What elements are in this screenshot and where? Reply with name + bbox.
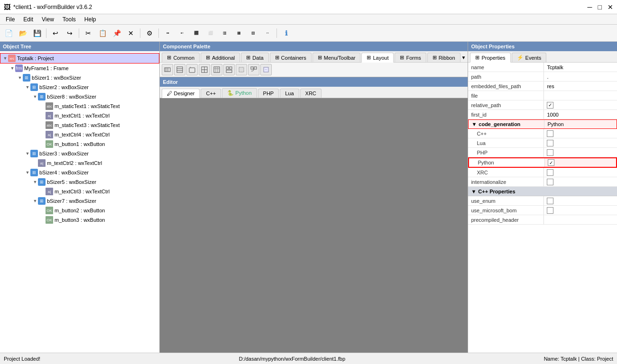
palette-btn-0[interactable] xyxy=(162,64,173,75)
expander-bsizer1[interactable]: ▼ xyxy=(17,75,23,80)
checkbox-relative-path[interactable]: ✓ xyxy=(547,102,553,109)
checkbox-use-enum[interactable] xyxy=(547,198,553,204)
toolbar-align8[interactable]: ↔ xyxy=(261,27,274,40)
palette-btn-5[interactable] xyxy=(223,64,235,75)
tree-item-bsizer7[interactable]: ▼ ⊞ bSizer7 : wxBoxSizer xyxy=(0,196,159,206)
checkbox-lua[interactable] xyxy=(547,140,553,146)
expander-frame[interactable]: ▼ xyxy=(9,66,15,71)
toolbar-align4[interactable]: ⬜ xyxy=(204,27,217,40)
prop-value-path[interactable]: . xyxy=(544,72,617,81)
palette-btn-2[interactable]: T xyxy=(186,64,198,75)
tab-menutoolbar[interactable]: ⊞ Menu/Toolbar xyxy=(313,53,361,62)
maximize-button[interactable]: □ xyxy=(598,3,602,11)
toolbar-align1[interactable]: ▪▪ xyxy=(161,27,175,40)
prop-value-embedded-files-path[interactable]: res xyxy=(544,82,617,91)
prop-value-file[interactable] xyxy=(544,91,617,100)
palette-btn-8[interactable]: ↔ xyxy=(260,64,272,75)
toolbar-undo[interactable]: ↩ xyxy=(49,27,62,40)
tree-item-statictext3[interactable]: abc m_staticText3 : wxStaticText xyxy=(0,120,159,130)
expander-bsizer2[interactable]: ▼ xyxy=(25,85,30,90)
tab-designer[interactable]: 🖊 Designer xyxy=(162,89,200,98)
tree-item-textctrl4[interactable]: a| m_textCtrl4 : wxTextCtrl xyxy=(0,130,159,139)
prop-value-precompiled-header[interactable] xyxy=(544,215,617,224)
toolbar-cut[interactable]: ✂ xyxy=(82,27,95,40)
tab-properties[interactable]: ⊞ Properties xyxy=(470,53,510,63)
prop-value-xrc[interactable] xyxy=(544,168,617,177)
menu-file[interactable]: File xyxy=(2,15,18,24)
tab-ribbon[interactable]: ⊞ Ribbon xyxy=(427,53,460,62)
tree-item-bsizer5[interactable]: ▼ ⊞ bSizer5 : wxBoxSizer xyxy=(0,177,159,187)
prop-value-cpp[interactable] xyxy=(544,129,617,138)
tab-events[interactable]: ⚡ Events xyxy=(512,53,547,62)
tree-item-bsizer1[interactable]: ▼ ⊞ bSizer1 : wxBoxSizer xyxy=(0,73,159,82)
tab-data[interactable]: ⊞ Data xyxy=(241,53,268,62)
tab-xrc[interactable]: XRC xyxy=(300,89,322,98)
tab-common[interactable]: ⊞ Common xyxy=(162,53,200,62)
prop-value-use-ms-bom[interactable] xyxy=(544,206,617,215)
checkbox-python[interactable]: ✓ xyxy=(548,159,554,166)
tree-item-bsizer2[interactable]: ▼ ⊞ bSizer2 : wxBoxSizer xyxy=(0,82,159,92)
tree-item-bsizer4[interactable]: ▼ ⊞ bSizer4 : wxBoxSizer xyxy=(0,168,159,177)
tree-item-frame[interactable]: ▼ frm MyFrame1 : Frame xyxy=(0,64,159,73)
expander-bsizer8[interactable]: ▼ xyxy=(32,94,38,99)
checkbox-cpp[interactable] xyxy=(547,130,553,137)
tab-containers[interactable]: ⊞ Containers xyxy=(270,53,312,62)
toolbar-align7[interactable]: ▧ xyxy=(247,27,260,40)
tree-item-button3[interactable]: OK m_button3 : wxButton xyxy=(0,215,159,225)
collapse-cpp-props[interactable]: ▼ xyxy=(471,189,476,194)
prop-value-internationalize[interactable] xyxy=(544,177,617,186)
tree-item-textctrl3[interactable]: a| m_textCtrl3 : wxTextCtrl xyxy=(0,187,159,196)
minimize-button[interactable]: ─ xyxy=(588,3,592,11)
toolbar-save[interactable]: 💾 xyxy=(30,27,44,40)
tree-item-textctrl2[interactable]: a| m_textCtrl2 : wxTextCtrl xyxy=(0,158,159,168)
toolbar-new[interactable]: 📄 xyxy=(2,27,15,40)
tab-php[interactable]: PHP xyxy=(258,89,279,98)
menu-edit[interactable]: Edit xyxy=(19,15,37,24)
palette-btn-3[interactable] xyxy=(199,64,210,75)
tree-item-textctrl1[interactable]: a| m_textCtrl1 : wxTextCtrl xyxy=(0,111,159,120)
prop-value-python[interactable]: ✓ xyxy=(545,158,616,167)
tab-additional[interactable]: ⊞ Additional xyxy=(201,53,240,62)
menu-help[interactable]: Help xyxy=(81,15,100,24)
toolbar-nav[interactable]: ℹ xyxy=(279,27,293,40)
prop-value-lua[interactable] xyxy=(544,138,617,147)
checkbox-xrc[interactable] xyxy=(547,169,553,176)
checkbox-php[interactable] xyxy=(547,149,553,156)
tab-forms[interactable]: ⊞ Forms xyxy=(395,53,426,62)
expander-bsizer7[interactable]: ▼ xyxy=(32,199,38,203)
expander-project[interactable]: ▼ xyxy=(2,56,8,61)
toolbar-delete[interactable]: ✕ xyxy=(124,27,138,40)
palette-btn-7[interactable] xyxy=(248,64,259,75)
tree-item-bsizer8[interactable]: ▼ ⊞ bSizer8 : wxBoxSizer xyxy=(0,92,159,101)
collapse-code-gen[interactable]: ▼ xyxy=(471,121,477,127)
tab-python[interactable]: 🐍 Python xyxy=(222,88,257,98)
prop-value-relative-path[interactable]: ✓ xyxy=(544,100,617,109)
toolbar-align2[interactable]: ▪▫ xyxy=(175,27,189,40)
prop-value-use-enum[interactable] xyxy=(544,196,617,205)
tab-cpp[interactable]: C++ xyxy=(201,89,221,98)
toolbar-open[interactable]: 📂 xyxy=(16,27,29,40)
checkbox-use-ms-bom[interactable] xyxy=(547,207,553,214)
expander-bsizer5[interactable]: ▼ xyxy=(32,180,38,184)
toolbar-settings[interactable]: ⚙ xyxy=(143,27,156,40)
palette-btn-4[interactable] xyxy=(211,64,222,75)
toolbar-align5[interactable]: ▥ xyxy=(218,27,231,40)
menu-tools[interactable]: Tools xyxy=(59,15,80,24)
expander-bsizer3[interactable]: ▼ xyxy=(25,151,30,156)
prop-value-name[interactable]: Tcptalk xyxy=(544,63,617,72)
toolbar-redo[interactable]: ↪ xyxy=(63,27,76,40)
expander-bsizer4[interactable]: ▼ xyxy=(25,170,30,175)
close-button[interactable]: ✕ xyxy=(608,3,613,11)
palette-btn-1[interactable] xyxy=(174,64,185,75)
toolbar-align3[interactable]: ⬛ xyxy=(190,27,203,40)
palette-dropdown-arrow[interactable]: ▼ xyxy=(461,55,466,60)
checkbox-internationalize[interactable] xyxy=(547,179,553,185)
tree-item-button1[interactable]: OK m_button1 : wxButton xyxy=(0,139,159,149)
toolbar-paste[interactable]: 📌 xyxy=(110,27,123,40)
tree-item-project[interactable]: ▼ xrc Tcptalk : Project xyxy=(0,53,159,64)
tree-item-statictext1[interactable]: abc m_staticText1 : wxStaticText xyxy=(0,101,159,111)
toolbar-align6[interactable]: ▦ xyxy=(232,27,246,40)
menu-view[interactable]: View xyxy=(38,15,58,24)
tab-layout[interactable]: ⊞ Layout xyxy=(361,53,394,63)
tab-lua[interactable]: Lua xyxy=(280,89,299,98)
